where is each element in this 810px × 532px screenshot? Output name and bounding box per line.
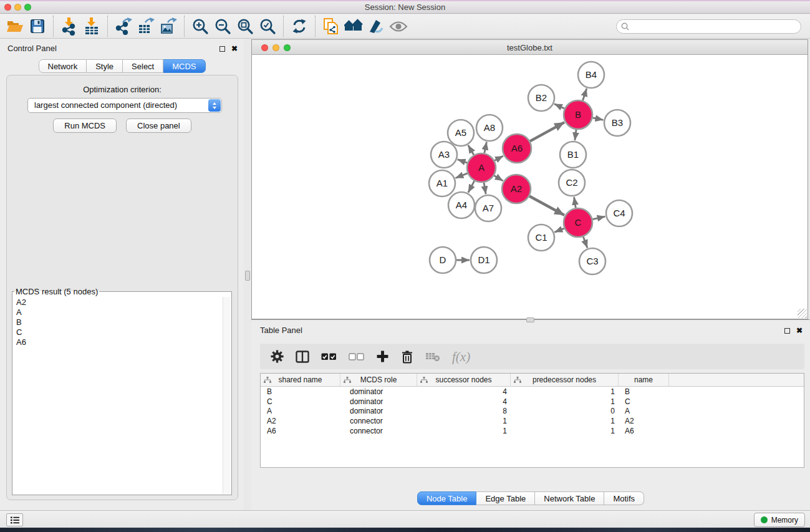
tab-network[interactable]: Network xyxy=(38,59,87,73)
search-input[interactable] xyxy=(632,21,796,31)
edge-A-A4[interactable] xyxy=(468,181,475,193)
tab-node-table[interactable]: Node Table xyxy=(417,491,477,505)
hide-selected-button[interactable] xyxy=(365,16,387,37)
edge-A6-B[interactable] xyxy=(530,122,564,141)
column-header-MCDS-role[interactable]: MCDS role xyxy=(340,374,417,386)
delete-column-button[interactable] xyxy=(401,350,413,364)
table-settings-button[interactable] xyxy=(271,350,284,363)
tab-mcds[interactable]: MCDS xyxy=(163,59,205,73)
node-B4[interactable]: B4 xyxy=(578,62,604,88)
zoom-selected-button[interactable] xyxy=(256,16,279,37)
column-header-shared-name[interactable]: shared name xyxy=(261,374,340,386)
save-session-button[interactable] xyxy=(26,16,49,37)
column-header-predecessor-nodes[interactable]: predecessor nodes xyxy=(511,374,619,386)
memory-button[interactable]: Memory xyxy=(754,513,805,527)
first-neighbors-button[interactable] xyxy=(342,16,365,37)
close-panel-icon[interactable]: ✖ xyxy=(231,45,238,52)
optimization-criterion-select[interactable]: largest connected component (directed) xyxy=(27,98,222,113)
zoom-out-button[interactable] xyxy=(211,16,234,37)
import-table-button[interactable] xyxy=(80,16,103,37)
node-A7[interactable]: A7 xyxy=(475,195,501,221)
edge-A-A2[interactable] xyxy=(494,175,503,181)
edge-A-A6[interactable] xyxy=(494,156,503,161)
tab-motifs[interactable]: Motifs xyxy=(604,491,644,505)
result-scrollbar[interactable] xyxy=(223,297,231,494)
mcds-result-item[interactable]: C xyxy=(16,327,228,337)
zoom-fit-button[interactable] xyxy=(234,16,256,37)
deselect-all-rows-button[interactable] xyxy=(349,352,364,360)
open-session-button[interactable] xyxy=(4,16,26,37)
add-column-button[interactable] xyxy=(376,350,389,363)
node-D1[interactable]: D1 xyxy=(471,247,497,273)
node-C4[interactable]: C4 xyxy=(606,200,632,226)
node-D[interactable]: D xyxy=(430,247,456,273)
node-C3[interactable]: C3 xyxy=(579,248,605,274)
node-A2[interactable]: A2 xyxy=(502,175,531,203)
node-A3[interactable]: A3 xyxy=(431,142,457,168)
column-header-successor-nodes[interactable]: successor nodes xyxy=(417,374,511,386)
node-B[interactable]: B xyxy=(564,100,592,129)
show-all-button[interactable] xyxy=(387,16,410,37)
edge-B-B2[interactable] xyxy=(554,104,564,109)
select-all-rows-button[interactable] xyxy=(321,352,337,360)
export-table-button[interactable] xyxy=(135,16,157,37)
mcds-result-item[interactable]: A2 xyxy=(16,297,228,307)
mcds-result-item[interactable]: A6 xyxy=(16,337,228,347)
edge-A-A5[interactable] xyxy=(468,145,474,155)
table-row[interactable]: Cdominator41C xyxy=(261,397,804,407)
close-panel-button[interactable]: Close panel xyxy=(126,118,191,133)
edge-B-B4[interactable] xyxy=(582,89,586,100)
tab-edge-table[interactable]: Edge Table xyxy=(476,491,535,505)
node-C2[interactable]: C2 xyxy=(559,170,585,196)
node-B3[interactable]: B3 xyxy=(604,110,630,136)
edge-B-B1[interactable] xyxy=(575,130,576,140)
zoom-in-button[interactable] xyxy=(189,16,211,37)
node-A1[interactable]: A1 xyxy=(429,170,455,196)
edge-A-A8[interactable] xyxy=(485,142,487,153)
mcds-result-item[interactable]: A xyxy=(16,307,228,317)
vertical-splitter-grip[interactable] xyxy=(245,271,250,281)
table-row[interactable]: Adominator80A xyxy=(261,406,804,416)
node-A5[interactable]: A5 xyxy=(448,120,474,146)
node-A8[interactable]: A8 xyxy=(476,115,503,141)
table-row[interactable]: Bdominator41B xyxy=(261,387,804,397)
apply-layout-button[interactable] xyxy=(288,16,311,37)
node-A4[interactable]: A4 xyxy=(448,192,475,218)
edge-C-C1[interactable] xyxy=(554,228,564,232)
edge-C-C4[interactable] xyxy=(592,216,605,220)
float-panel-icon[interactable] xyxy=(219,46,225,52)
import-network-button[interactable] xyxy=(58,16,80,37)
mcds-result-item[interactable]: B xyxy=(16,317,228,327)
node-A[interactable]: A xyxy=(467,153,496,182)
edge-B-B3[interactable] xyxy=(593,118,604,120)
window-resize-grip[interactable] xyxy=(798,309,807,318)
tab-style[interactable]: Style xyxy=(87,59,123,73)
table-row[interactable]: A6connector11A6 xyxy=(261,426,804,436)
edge-A2-C[interactable] xyxy=(529,196,564,215)
table-row[interactable]: A2connector11A2 xyxy=(261,416,804,426)
tab-select[interactable]: Select xyxy=(123,59,163,73)
edge-A-A1[interactable] xyxy=(455,173,467,178)
network-graph[interactable]: AA1A2A3A4A5A6A7A8BB1B2B3B4CC1C2C3C4DD1 xyxy=(252,56,808,319)
show-columns-button[interactable] xyxy=(296,351,309,363)
network-canvas[interactable]: AA1A2A3A4A5A6A7A8BB1B2B3B4CC1C2C3C4DD1 xyxy=(252,56,808,319)
node-B2[interactable]: B2 xyxy=(528,85,554,111)
export-image-button[interactable] xyxy=(157,16,180,37)
task-history-button[interactable] xyxy=(6,513,23,526)
node-A6[interactable]: A6 xyxy=(503,134,531,163)
column-header-name[interactable]: name xyxy=(619,374,669,386)
new-network-from-selection-button[interactable] xyxy=(320,16,342,37)
node-B1[interactable]: B1 xyxy=(560,142,586,168)
search-box[interactable] xyxy=(616,19,801,34)
float-table-panel-icon[interactable] xyxy=(784,328,790,334)
close-table-panel-icon[interactable]: ✖ xyxy=(796,327,803,334)
horizontal-splitter-grip[interactable] xyxy=(526,317,534,322)
node-C[interactable]: C xyxy=(564,208,592,237)
export-network-button[interactable] xyxy=(112,16,135,37)
node-C1[interactable]: C1 xyxy=(528,225,554,251)
edge-C-C3[interactable] xyxy=(583,237,587,248)
edge-A-A7[interactable] xyxy=(484,183,486,195)
run-mcds-button[interactable]: Run MCDS xyxy=(53,118,117,133)
tab-network-table[interactable]: Network Table xyxy=(535,491,604,505)
edge-C-C2[interactable] xyxy=(574,197,576,208)
